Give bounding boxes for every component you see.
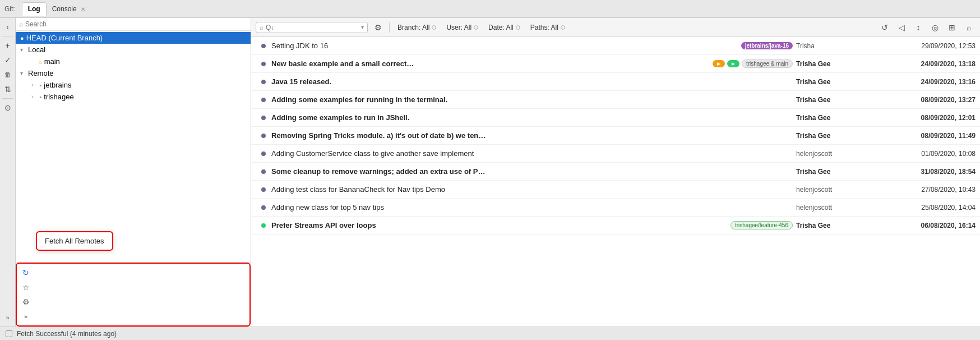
commit-row[interactable]: New basic example and a small correct…►►… xyxy=(251,55,980,73)
pin-button[interactable]: ⊞ xyxy=(945,21,959,34)
commit-date: 08/09/2020, 12:01 xyxy=(886,114,976,122)
icon-bar: ‹ + ✓ 🗑 ⇅ ⊙ » xyxy=(0,18,16,327)
graph-col xyxy=(256,169,271,174)
commit-message: Adding test class for BananaCheck for Na… xyxy=(271,185,796,194)
tree-item-head[interactable]: ● HEAD (Current Branch) xyxy=(16,32,251,44)
tree-jetbrains-label: jetbrains xyxy=(44,81,71,89)
date-caret: ⬡ xyxy=(516,25,520,30)
commit-badge: trishagee/feature-456 xyxy=(731,221,793,229)
tree-item-remote[interactable]: ▾ Remote xyxy=(16,67,251,79)
add-button[interactable]: + xyxy=(1,39,15,52)
jetbrains-folder-icon: ▪ xyxy=(39,81,41,89)
check-button[interactable]: ✓ xyxy=(1,53,15,67)
trishagee-arrow: › xyxy=(31,94,37,100)
tree-trishagee-label: trishagee xyxy=(44,93,73,101)
badge-area: jetbrains/java-16 xyxy=(741,42,793,49)
tab-bar: Git: Log Console ✕ xyxy=(0,0,980,18)
search2-button[interactable]: ⌕ xyxy=(962,21,976,34)
fetch-all-remotes-tooltip: Fetch All Remotes xyxy=(36,231,113,251)
commit-search-bar: ⌕ ▾ xyxy=(256,22,368,33)
commit-message: Java 15 released. xyxy=(271,77,796,86)
commit-message: Adding some examples to run in JShell. xyxy=(271,113,796,122)
arrow-updown-button[interactable]: ⇅ xyxy=(1,82,15,96)
tree-item-local[interactable]: ▾ Local xyxy=(16,44,251,56)
commit-message: Removing Spring Tricks module. a) it's o… xyxy=(271,131,796,140)
commit-row[interactable]: Adding some examples for running in the … xyxy=(251,91,980,109)
commit-list: Setting JDK to 16jetbrains/java-16Trisha… xyxy=(251,37,980,327)
status-bar: Fetch Successful (4 minutes ago) xyxy=(0,327,980,340)
tree-item-trishagee[interactable]: › ▪ trishagee xyxy=(16,91,251,103)
arrow-left-button[interactable]: ◁ xyxy=(895,21,908,34)
commit-author: Trisha Gee xyxy=(796,114,886,122)
commit-date: 29/09/2020, 12:53 xyxy=(886,42,976,50)
commit-author: Trisha Gee xyxy=(796,222,886,229)
search-circle-button[interactable]: ⊙ xyxy=(1,101,15,114)
commit-author: Trisha Gee xyxy=(796,168,886,176)
star-button[interactable]: ☆ xyxy=(19,281,33,294)
commit-author: Trisha xyxy=(796,42,886,50)
sort-button[interactable]: ↕ xyxy=(912,21,925,34)
commit-author: Trisha Gee xyxy=(796,132,886,140)
graph-dot xyxy=(261,223,266,228)
graph-dot xyxy=(261,134,266,138)
tab-console[interactable]: Console ✕ xyxy=(47,3,91,15)
commit-author: helenjoscott xyxy=(796,204,886,212)
commit-row[interactable]: Prefer Streams API over loopstrishagee/f… xyxy=(251,217,980,235)
tree-bottom-area: Fetch All Remotes ↻ ☆ ⚙ » xyxy=(16,262,251,327)
commit-badge: ► xyxy=(727,60,739,67)
status-checkbox[interactable] xyxy=(6,330,12,337)
tab-log[interactable]: Log xyxy=(22,2,47,16)
graph-dot xyxy=(261,62,266,66)
tree-item-jetbrains[interactable]: › ▪ jetbrains xyxy=(16,79,251,91)
filter-paths[interactable]: Paths: All ⬡ xyxy=(527,22,568,33)
commit-message: Some cleanup to remove warnings; added a… xyxy=(271,167,796,176)
more-button[interactable]: » xyxy=(1,311,15,324)
commit-row[interactable]: Adding CustomerService class to give ano… xyxy=(251,145,980,163)
tree-search-icon: ⌕ xyxy=(19,20,23,28)
toolbar-gear-button[interactable]: ⚙ xyxy=(371,21,385,34)
filter-date[interactable]: Date: All ⬡ xyxy=(485,22,524,33)
graph-col xyxy=(256,98,271,102)
filter-user[interactable]: User: All ⬡ xyxy=(443,22,482,33)
delete-button[interactable]: 🗑 xyxy=(1,68,15,81)
commit-message: Setting JDK to 16 xyxy=(271,42,741,50)
graph-col xyxy=(256,134,271,138)
graph-col xyxy=(256,44,271,48)
graph-col xyxy=(256,151,271,156)
tree-main-label: main xyxy=(44,57,60,66)
graph-dot xyxy=(261,169,266,174)
commit-date: 08/09/2020, 13:27 xyxy=(886,96,976,104)
graph-col xyxy=(256,62,271,66)
commit-row[interactable]: Setting JDK to 16jetbrains/java-16Trisha… xyxy=(251,37,980,55)
tree-panel: ⌕ ● HEAD (Current Branch) ▾ Local ⌂ main xyxy=(16,18,251,327)
commit-row[interactable]: Adding some examples to run in JShell.Tr… xyxy=(251,109,980,127)
tree-remote-label: Remote xyxy=(28,69,54,77)
filter-branch[interactable]: Branch: All ⬡ xyxy=(394,22,440,33)
settings-button[interactable]: ⚙ xyxy=(19,295,33,309)
back-button[interactable]: ‹ xyxy=(1,20,15,34)
tree-item-main[interactable]: ⌂ main xyxy=(16,56,251,67)
eye-button[interactable]: ◎ xyxy=(928,21,942,34)
tree-search-input[interactable] xyxy=(25,20,247,28)
graph-dot xyxy=(261,151,266,156)
graph-col xyxy=(256,205,271,210)
commit-row[interactable]: Adding test class for BananaCheck for Na… xyxy=(251,181,980,199)
commit-search-input[interactable] xyxy=(266,24,359,31)
branch-caret: ⬡ xyxy=(432,25,436,30)
commit-row[interactable]: Removing Spring Tricks module. a) it's o… xyxy=(251,127,980,145)
expand-button[interactable]: » xyxy=(19,310,33,323)
commit-author: helenjoscott xyxy=(796,186,886,194)
fetch-all-remotes-button[interactable]: ↻ xyxy=(19,266,33,279)
commit-row[interactable]: Some cleanup to remove warnings; added a… xyxy=(251,163,980,181)
toolbar-sep-1 xyxy=(389,22,390,33)
git-label: Git: xyxy=(4,5,15,13)
commit-badge: trishagee & main xyxy=(742,59,793,68)
commit-author: Trisha Gee xyxy=(796,96,886,104)
refresh-button[interactable]: ↺ xyxy=(878,21,891,34)
tab-console-close[interactable]: ✕ xyxy=(81,6,85,12)
commit-row[interactable]: Adding new class for top 5 nav tipshelen… xyxy=(251,199,980,217)
commit-row[interactable]: Java 15 released.Trisha Gee24/09/2020, 1… xyxy=(251,73,980,91)
local-arrow: ▾ xyxy=(20,47,26,53)
trishagee-folder-icon: ▪ xyxy=(39,93,41,101)
commit-message: Adding new class for top 5 nav tips xyxy=(271,203,796,212)
